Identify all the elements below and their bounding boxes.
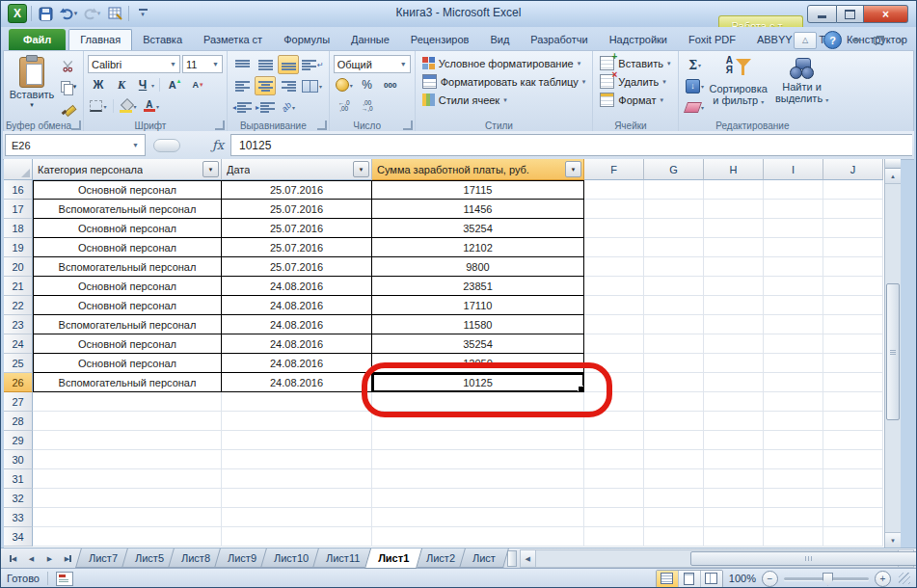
empty-cell[interactable] (764, 489, 823, 508)
empty-cell[interactable] (644, 277, 704, 296)
conditional-formatting-button[interactable]: Условное форматирование▾ (419, 54, 589, 72)
table-column-header[interactable]: Дата▼ (222, 159, 372, 180)
empty-cell[interactable] (33, 412, 222, 431)
align-left-button[interactable] (231, 76, 253, 95)
empty-cell[interactable] (704, 450, 764, 469)
number-format-select[interactable]: Общий▼ (334, 55, 411, 73)
empty-cell[interactable] (644, 257, 704, 277)
cell-sum[interactable]: 11580 (372, 315, 584, 334)
row-header-32[interactable]: 32 (4, 489, 33, 508)
empty-cell[interactable] (584, 412, 644, 431)
empty-cell[interactable] (372, 431, 584, 450)
empty-cell[interactable] (33, 527, 222, 547)
empty-cell[interactable] (644, 412, 704, 431)
cell-date[interactable]: 24.08.2016 (222, 296, 372, 315)
empty-cell[interactable] (704, 200, 764, 219)
clipboard-dialog-launcher[interactable] (71, 120, 81, 130)
column-header-I[interactable]: I (764, 159, 823, 180)
empty-cell[interactable] (372, 527, 584, 547)
empty-cell[interactable] (372, 469, 584, 489)
align-right-button[interactable] (278, 76, 299, 95)
empty-cell[interactable] (584, 489, 644, 508)
tab-надстройки[interactable]: Надстройки (599, 30, 678, 50)
empty-cell[interactable] (823, 257, 883, 277)
tab-формулы[interactable]: Формулы (273, 30, 340, 50)
empty-cell[interactable] (704, 412, 764, 431)
borders-button[interactable]: ▾ (88, 96, 109, 116)
increase-decimal-button[interactable]: ←,0,00 (334, 96, 355, 116)
empty-cell[interactable] (222, 412, 372, 431)
cell-date[interactable]: 24.08.2016 (222, 277, 372, 296)
cell-sum[interactable]: 12102 (372, 238, 584, 257)
empty-cell[interactable] (584, 508, 644, 527)
cell-category[interactable]: Основной персонал (33, 180, 222, 200)
formula-input[interactable]: 10125 (230, 134, 912, 156)
selected-cell-E26[interactable]: 10125 (372, 373, 584, 392)
column-header-H[interactable]: H (704, 159, 764, 180)
empty-cell[interactable] (644, 508, 704, 527)
scroll-left-button[interactable]: ◀ (520, 549, 536, 568)
chevron-down-icon[interactable]: ▼ (212, 61, 219, 67)
fill-handle[interactable] (578, 386, 584, 392)
empty-cell[interactable] (764, 527, 823, 547)
empty-cell[interactable] (222, 508, 372, 527)
empty-cell[interactable] (764, 296, 823, 315)
empty-cell[interactable] (584, 180, 644, 200)
empty-cell[interactable] (764, 508, 823, 527)
empty-cell[interactable] (644, 180, 704, 200)
empty-cell[interactable] (823, 373, 883, 392)
empty-cell[interactable] (704, 469, 764, 489)
cell-category[interactable]: Вспомогательный персонал (33, 373, 222, 392)
font-color-button[interactable]: А▾ (141, 96, 162, 116)
previous-sheet-button[interactable]: ◀ (23, 550, 40, 567)
grow-font-button[interactable]: А▴ (164, 75, 185, 94)
empty-cell[interactable] (764, 392, 823, 412)
empty-cell[interactable] (644, 354, 704, 373)
empty-cell[interactable] (704, 489, 764, 508)
zoom-slider-thumb[interactable] (823, 573, 833, 586)
empty-cell[interactable] (222, 392, 372, 412)
empty-cell[interactable] (704, 431, 764, 450)
empty-cell[interactable] (222, 489, 372, 508)
tab-вставка[interactable]: Вставка (132, 30, 193, 50)
empty-cell[interactable] (823, 392, 883, 412)
empty-cell[interactable] (764, 354, 823, 373)
empty-cell[interactable] (823, 238, 883, 257)
next-sheet-button[interactable]: ▶ (41, 550, 58, 567)
row-header-27[interactable]: 27 (4, 392, 33, 412)
tab-file[interactable]: Файл (9, 29, 66, 50)
cell-styles-button[interactable]: Стили ячеек▾ (419, 91, 589, 109)
chevron-down-icon[interactable]: ▼ (170, 61, 176, 67)
cell-sum[interactable]: 9800 (372, 257, 584, 277)
empty-cell[interactable] (33, 489, 222, 508)
table-column-header[interactable]: Сумма заработной платы, руб.▼ (372, 159, 584, 180)
cell-category[interactable]: Вспомогательный персонал (33, 200, 222, 219)
cell-date[interactable]: 25.07.2016 (222, 219, 372, 238)
row-header-20[interactable]: 20 (4, 257, 33, 277)
row-header-26[interactable]: 26 (4, 373, 33, 392)
decrease-decimal-button[interactable]: ,00→,0 (357, 96, 378, 116)
column-header-J[interactable]: J (823, 159, 883, 180)
cell-sum[interactable]: 17115 (372, 180, 584, 200)
empty-cell[interactable] (704, 219, 764, 238)
empty-cell[interactable] (764, 315, 823, 334)
cell-date[interactable]: 24.08.2016 (222, 373, 372, 392)
cell-sum[interactable]: 23851 (372, 277, 584, 296)
empty-cell[interactable] (704, 315, 764, 334)
page-layout-view-button[interactable] (679, 571, 701, 587)
paste-button[interactable]: Вставить ▾ (8, 54, 56, 116)
empty-cell[interactable] (584, 469, 644, 489)
empty-cell[interactable] (584, 373, 644, 392)
empty-cell[interactable] (823, 469, 883, 489)
scroll-down-button[interactable]: ▼ (885, 532, 901, 548)
empty-cell[interactable] (644, 200, 704, 219)
empty-cell[interactable] (704, 392, 764, 412)
empty-cell[interactable] (584, 431, 644, 450)
empty-cell[interactable] (704, 508, 764, 527)
autosum-button[interactable]: Σ▾ (685, 55, 706, 74)
empty-cell[interactable] (33, 392, 222, 412)
workbook-minimize-button[interactable] (849, 34, 864, 47)
insert-function-button[interactable]: ƒx (205, 135, 230, 155)
empty-cell[interactable] (584, 277, 644, 296)
resize-grip[interactable] (899, 573, 910, 584)
